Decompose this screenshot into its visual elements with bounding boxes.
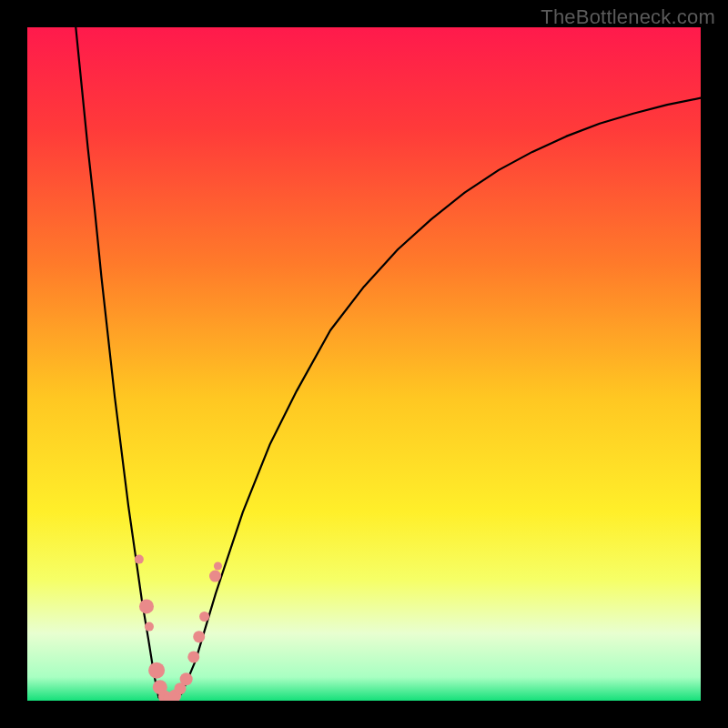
watermark-text: TheBottleneck.com: [541, 5, 715, 29]
plot-area: [27, 27, 701, 701]
highlight-dot: [193, 631, 205, 642]
highlight-dot: [199, 612, 209, 622]
curve-layer: [27, 27, 701, 701]
highlight-dot: [145, 622, 154, 632]
chart-frame: TheBottleneck.com: [0, 0, 728, 728]
highlight-dot: [148, 662, 165, 679]
highlight-dots: [135, 555, 222, 701]
highlight-dot: [180, 672, 193, 685]
highlight-dot: [214, 562, 222, 571]
highlight-dot: [139, 599, 154, 613]
highlight-dot: [187, 651, 199, 662]
bottleneck-curve: [75, 27, 701, 701]
highlight-dot: [135, 555, 144, 564]
highlight-dot: [209, 571, 221, 582]
